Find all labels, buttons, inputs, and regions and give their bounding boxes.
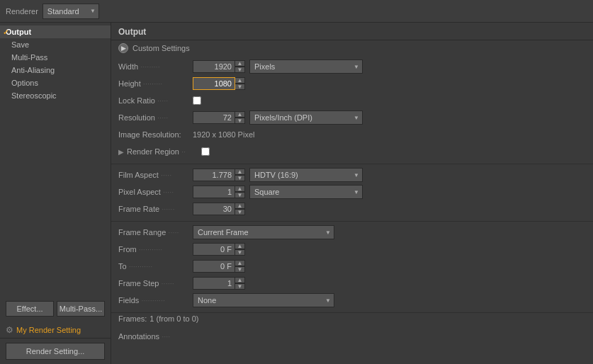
to-up[interactable]: ▲ <box>235 260 245 266</box>
width-unit-select[interactable]: Pixels cm mm Inches <box>249 59 363 74</box>
width-down[interactable]: ▼ <box>235 67 245 73</box>
fields-select[interactable]: None Even Odd <box>193 293 334 307</box>
frame-rate-down[interactable]: ▼ <box>235 209 245 215</box>
render-setting-row[interactable]: ⚙ My Render Setting <box>0 322 111 338</box>
height-up[interactable]: ▲ <box>235 77 245 84</box>
frame-step-input[interactable] <box>193 277 235 290</box>
resolution-unit-dropdown-wrapper[interactable]: Pixels/Inch (DPI) Pixels/cm <box>249 110 363 125</box>
resolution-input-group: ▲ ▼ <box>193 111 245 124</box>
frame-step-down[interactable]: ▼ <box>235 283 245 290</box>
frame-range-dropdown-wrapper[interactable]: Current Frame All Frames Preview Range M… <box>193 225 334 239</box>
pixel-aspect-dropdown-wrapper[interactable]: Square D1 NTSC (0.9) D1 PAL (1.067) <box>249 185 363 199</box>
to-input-group: ▲ ▼ <box>193 260 245 273</box>
pixel-aspect-label: Pixel Aspect ····· <box>118 188 193 196</box>
render-region-checkbox[interactable] <box>201 147 210 156</box>
height-input[interactable] <box>193 77 235 90</box>
film-aspect-input[interactable] <box>193 169 235 181</box>
sidebar-label-output: Output <box>6 28 31 36</box>
pixel-aspect-preset-wrapper[interactable]: Square D1 NTSC (0.9) D1 PAL (1.067) <box>249 185 363 199</box>
from-spinner: ▲ ▼ <box>235 243 245 256</box>
film-aspect-up[interactable]: ▲ <box>235 169 245 175</box>
fields-dropdown-wrapper[interactable]: None Even Odd <box>193 293 334 307</box>
from-down[interactable]: ▼ <box>235 249 245 256</box>
sidebar-item-save[interactable]: Save <box>0 38 111 51</box>
resolution-spinner: ▲ ▼ <box>235 111 245 124</box>
image-resolution-value: 1920 x 1080 Pixel <box>193 130 254 139</box>
lock-ratio-label: Lock Ratio ····· <box>118 96 193 105</box>
sidebar-item-output[interactable]: ✓ Output <box>0 25 111 38</box>
frame-step-row: Frame Step ······ ▲ ▼ <box>118 275 586 291</box>
width-label: Width ········· <box>118 62 193 71</box>
custom-settings-row[interactable]: ▶ Custom Settings <box>111 40 593 56</box>
to-down[interactable]: ▼ <box>235 266 245 273</box>
resolution-unit-select[interactable]: Pixels/Inch (DPI) Pixels/cm <box>249 110 363 125</box>
render-setting-btn-row: Render Setting... <box>0 338 111 364</box>
resolution-down[interactable]: ▼ <box>235 118 245 124</box>
frame-rate-input[interactable] <box>193 203 235 215</box>
frame-range-label: Frame Range ····· <box>118 228 193 237</box>
sidebar-label-options: Options <box>11 79 38 87</box>
renderer-label: Renderer <box>6 7 38 16</box>
frame-range-row: Frame Range ····· Current Frame All Fram… <box>118 224 586 240</box>
height-spinner: ▲ ▼ <box>235 77 245 90</box>
film-aspect-input-group: ▲ ▼ <box>193 169 245 181</box>
renderer-select[interactable]: Standard Physical Software <box>43 4 99 19</box>
render-region-row: ▶ Render Region ·· <box>118 144 586 159</box>
pixel-aspect-input[interactable] <box>193 186 235 198</box>
render-region-label: Render Region ·· <box>127 147 201 156</box>
film-aspect-spinner: ▲ ▼ <box>235 169 245 181</box>
frame-step-up[interactable]: ▲ <box>235 277 245 283</box>
pixel-aspect-down[interactable]: ▼ <box>235 192 245 198</box>
height-row: Height ········· ▲ ▼ <box>118 76 586 91</box>
pixel-aspect-up[interactable]: ▲ <box>235 186 245 192</box>
custom-settings-toggle[interactable]: ▶ <box>118 43 128 53</box>
sidebar-item-multipass[interactable]: Multi-Pass <box>0 51 111 64</box>
width-unit-wrapper[interactable]: Pixels cm mm Inches <box>249 59 363 74</box>
renderer-select-wrapper[interactable]: Standard Physical Software <box>43 4 99 19</box>
resolution-unit-wrapper[interactable]: Pixels/Inch (DPI) Pixels/cm <box>249 110 363 125</box>
pixel-aspect-select[interactable]: Square D1 NTSC (0.9) D1 PAL (1.067) <box>249 185 363 199</box>
width-input[interactable] <box>193 60 235 73</box>
sidebar-item-stereoscopic[interactable]: Stereoscopic <box>0 89 111 102</box>
render-region-arrow-icon: ▶ <box>118 148 124 156</box>
render-setting-button[interactable]: Render Setting... <box>6 343 105 360</box>
sidebar-item-antialiasing[interactable]: Anti-Aliasing <box>0 64 111 76</box>
height-down[interactable]: ▼ <box>235 84 245 90</box>
sidebar-item-options[interactable]: Options <box>0 76 111 89</box>
from-input-group: ▲ ▼ <box>193 243 245 256</box>
fields-label: Fields ··········· <box>118 296 193 305</box>
resolution-input[interactable] <box>193 111 235 124</box>
lock-ratio-checkbox[interactable] <box>193 96 201 105</box>
pixel-aspect-spinner: ▲ ▼ <box>235 186 245 198</box>
frame-step-spinner: ▲ ▼ <box>235 277 245 290</box>
width-section: Width ········· ▲ ▼ Pixels <box>111 56 593 164</box>
sidebar-action-buttons: Effect... Multi-Pass... <box>0 295 111 322</box>
pixel-aspect-input-group: ▲ ▼ <box>193 186 245 198</box>
image-resolution-label: Image Resolution: <box>118 130 193 139</box>
image-resolution-row: Image Resolution: 1920 x 1080 Pixel <box>118 127 586 142</box>
film-aspect-select[interactable]: HDTV (16:9) Film (4:3) NTSC D1 (0.9) Squ… <box>249 168 363 182</box>
from-up[interactable]: ▲ <box>235 243 245 249</box>
frame-range-section: Frame Range ····· Current Frame All Fram… <box>111 222 593 313</box>
width-spinner: ▲ ▼ <box>235 60 245 73</box>
from-input[interactable] <box>193 243 235 256</box>
film-aspect-down[interactable]: ▼ <box>235 175 245 181</box>
check-icon: ✓ <box>3 28 9 36</box>
annotations-section: Annotations ···· <box>111 326 593 364</box>
annotations-row: Annotations ···· <box>118 329 586 344</box>
to-input[interactable] <box>193 260 235 273</box>
annotations-label: Annotations ···· <box>118 332 193 341</box>
frame-range-select[interactable]: Current Frame All Frames Preview Range M… <box>193 225 334 239</box>
multipass-button[interactable]: Multi-Pass... <box>57 301 105 317</box>
app-container: Renderer Standard Physical Software ✓ Ou… <box>0 0 593 364</box>
resolution-up[interactable]: ▲ <box>235 111 245 118</box>
effect-button[interactable]: Effect... <box>6 301 54 317</box>
frames-label: Frames: <box>118 314 147 323</box>
sidebar: ✓ Output Save Multi-Pass Anti-Aliasing O… <box>0 23 111 364</box>
width-unit-dropdown-wrapper[interactable]: Pixels cm mm Inches <box>249 59 363 74</box>
to-label: To ··········· <box>118 262 193 271</box>
film-aspect-preset-wrapper[interactable]: HDTV (16:9) Film (4:3) NTSC D1 (0.9) Squ… <box>249 168 363 182</box>
width-up[interactable]: ▲ <box>235 60 245 67</box>
frame-rate-up[interactable]: ▲ <box>235 203 245 209</box>
film-aspect-dropdown-wrapper[interactable]: HDTV (16:9) Film (4:3) NTSC D1 (0.9) Squ… <box>249 168 363 182</box>
